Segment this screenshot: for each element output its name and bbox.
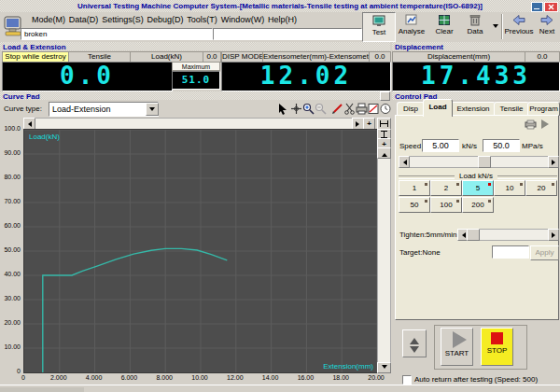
cut-tool[interactable] [343,103,356,115]
data-dropdown-arrow[interactable] [492,21,499,31]
speed-preset-label: 50 [411,201,419,209]
auto-return-checkbox[interactable] [402,375,412,385]
tighten-slider-right[interactable] [548,229,559,241]
next-arrow-icon [540,14,553,26]
menu-item[interactable]: Data(D) [69,15,99,25]
apply-button[interactable]: Apply [530,245,559,260]
clear-button[interactable]: Clear [429,12,459,40]
curve-polyline [43,248,228,372]
curve-type-select[interactable]: Load-Extension [49,102,159,117]
toolbar-separator [501,14,503,39]
test-button[interactable]: Test [362,12,396,42]
data-button[interactable]: Data [461,12,489,40]
tab-tensile[interactable]: Tensile [494,102,529,116]
double-arrow-down-icon [410,346,419,357]
analyse-button[interactable]: Analyse [396,12,427,40]
x-tick-label: 16.00 [288,374,322,381]
speed-slider-thumb[interactable] [478,156,491,168]
timer-tool[interactable] [380,103,391,115]
menu-item[interactable]: Help(H) [268,15,297,25]
print-tool[interactable] [356,103,368,115]
chart-plot[interactable]: Load(kN) Extension(mm) [23,129,378,373]
minimize-icon [534,8,539,9]
speed-preset-button-100[interactable]: 100 [430,197,462,213]
menu-item[interactable]: Window(W) [221,15,265,25]
crosshair-tool[interactable] [290,103,302,115]
tab-load[interactable]: Load [423,99,453,117]
preset-flag-icon [425,183,427,186]
data-button-label: Data [461,27,489,35]
speed-slider-right[interactable] [548,156,559,168]
pen-tool[interactable] [331,103,343,115]
y-tick-label: 10.00 [0,343,21,350]
tab-extension[interactable]: Extension [451,102,496,116]
speed-preset-button-200[interactable]: 200 [462,197,494,213]
close-button[interactable] [544,2,558,12]
preset-flag-icon [488,183,491,186]
curve-type-value: Load-Extension [52,105,111,114]
cursor-tool[interactable] [277,103,289,115]
tab-disp[interactable]: Disp [397,102,425,116]
start-button[interactable]: START [441,328,473,366]
chevron-down-icon [493,24,498,31]
speed-kn-input[interactable] [422,139,459,152]
speed-preset-button-10[interactable]: 10 [494,180,525,196]
curve-type-dropdown-button[interactable] [146,103,159,116]
speed-preset-button-50[interactable]: 50 [399,197,430,213]
target-input[interactable] [492,245,529,259]
speed-preset-button-1[interactable]: 1 [399,180,430,196]
arrow-left-icon [25,121,32,127]
menu-item[interactable]: Mode(M) [32,15,65,25]
chart-vscroll-track[interactable] [377,129,391,373]
chart-tool[interactable] [368,103,379,115]
run-segment-button[interactable] [541,119,551,130]
speed-preset-button-5[interactable]: 5 [462,180,494,196]
speed-preset-label: 1 [413,184,416,192]
zoom-out-tool[interactable] [315,103,327,115]
fit-height-icon [381,131,387,138]
speed-preset-button-20[interactable]: 20 [525,180,557,196]
speed-preset-button-2[interactable]: 2 [430,180,462,196]
arrow-left-icon [400,160,407,165]
test-monitor-icon [372,15,385,27]
y-tick-label: 20.00 [0,319,21,326]
menu-item[interactable]: Settings(S) [102,15,144,25]
x-tick-label: 14.00 [254,374,287,381]
maximum-box: Maximum 51.0 [172,62,220,90]
previous-button[interactable]: Previous [504,12,534,40]
previous-arrow-icon [512,14,525,26]
y-tick-label: 50.00 [0,246,21,253]
x-tick-label: 12.00 [218,374,252,381]
tab-program[interactable]: Program [527,102,560,116]
clear-button-label: Clear [429,27,459,35]
speed-preset-label: 100 [440,201,452,209]
analyse-icon [405,14,418,26]
minimize-button[interactable] [531,2,543,12]
speed-slider-left[interactable] [399,156,410,168]
chart-vscroll-down[interactable] [377,362,391,373]
extensometer-lcd-display: 12.02 [221,62,391,91]
next-button[interactable]: Next [535,12,559,40]
menu-item[interactable]: Tools(T) [187,15,217,25]
jog-updown-button[interactable] [402,329,427,357]
chart-vscroll-up[interactable] [377,147,391,159]
clock-icon [380,103,391,115]
cursor-icon [277,103,289,115]
curve-pad-detach-button[interactable] [380,91,390,101]
start-button-label: START [441,349,472,357]
tighten-slider-thumb[interactable] [467,229,480,241]
x-tick-label: 18.00 [324,374,357,381]
menu-item[interactable]: Debug(D) [147,15,184,25]
x-tick-label: 8.000 [147,374,181,381]
stop-button[interactable]: STOP [481,328,513,366]
load-group-label-wrap: Load kN/s [395,171,557,180]
analyse-button-label: Analyse [396,27,427,35]
speed-mpa-input[interactable] [483,139,520,152]
control-pad-header: Control Pad [392,91,560,100]
speed-preset-label: 5 [476,184,480,192]
start-play-icon [453,331,475,348]
preset-flag-icon [456,183,459,186]
crosshair-icon [290,103,302,115]
zoom-in-tool[interactable] [302,103,315,115]
x-tick-label: 4.000 [77,374,111,381]
